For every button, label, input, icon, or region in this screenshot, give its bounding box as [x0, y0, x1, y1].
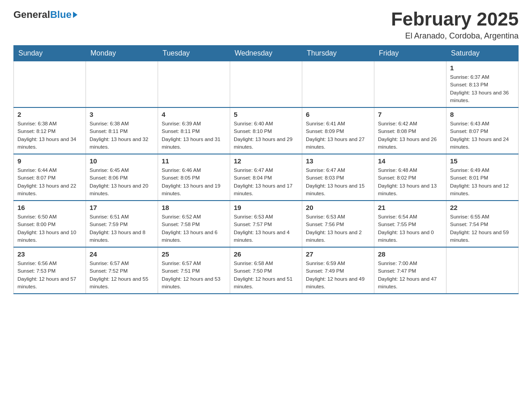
- calendar-body: 1Sunrise: 6:37 AM Sunset: 8:13 PM Daylig…: [14, 61, 519, 294]
- day-info: Sunrise: 6:53 AM Sunset: 7:57 PM Dayligh…: [234, 213, 298, 244]
- day-info: Sunrise: 6:39 AM Sunset: 8:11 PM Dayligh…: [162, 120, 226, 151]
- calendar-cell: 14Sunrise: 6:48 AM Sunset: 8:02 PM Dayli…: [374, 154, 446, 201]
- day-number: 3: [90, 111, 154, 118]
- day-info: Sunrise: 6:58 AM Sunset: 7:50 PM Dayligh…: [234, 260, 298, 291]
- day-number: 16: [17, 204, 82, 211]
- calendar-cell: 24Sunrise: 6:57 AM Sunset: 7:52 PM Dayli…: [86, 247, 158, 294]
- weekday-header-wednesday: Wednesday: [230, 46, 302, 61]
- day-number: 19: [234, 204, 298, 211]
- logo-arrow-icon: [73, 12, 77, 18]
- weekday-header-saturday: Saturday: [446, 46, 519, 61]
- calendar-cell: 21Sunrise: 6:54 AM Sunset: 7:55 PM Dayli…: [374, 201, 446, 247]
- logo-general: General: [13, 9, 50, 21]
- calendar-cell: 19Sunrise: 6:53 AM Sunset: 7:57 PM Dayli…: [230, 201, 302, 247]
- calendar-cell: 22Sunrise: 6:55 AM Sunset: 7:54 PM Dayli…: [446, 201, 519, 247]
- calendar-title: February 2025: [391, 9, 519, 30]
- calendar-week-row: 16Sunrise: 6:50 AM Sunset: 8:00 PM Dayli…: [14, 201, 519, 247]
- calendar-cell: 2Sunrise: 6:38 AM Sunset: 8:12 PM Daylig…: [14, 107, 86, 154]
- calendar-cell: [446, 247, 519, 294]
- calendar-cell: 20Sunrise: 6:53 AM Sunset: 7:56 PM Dayli…: [302, 201, 374, 247]
- calendar-cell: [14, 61, 86, 108]
- calendar-cell: 18Sunrise: 6:52 AM Sunset: 7:58 PM Dayli…: [158, 201, 230, 247]
- calendar-cell: [302, 61, 374, 108]
- weekday-header-tuesday: Tuesday: [158, 46, 230, 61]
- calendar-cell: 10Sunrise: 6:45 AM Sunset: 8:06 PM Dayli…: [86, 154, 158, 201]
- weekday-header-sunday: Sunday: [14, 46, 86, 61]
- calendar-cell: 17Sunrise: 6:51 AM Sunset: 7:59 PM Dayli…: [86, 201, 158, 247]
- calendar-week-row: 23Sunrise: 6:56 AM Sunset: 7:53 PM Dayli…: [14, 247, 519, 294]
- calendar-cell: 8Sunrise: 6:43 AM Sunset: 8:07 PM Daylig…: [446, 107, 519, 154]
- day-info: Sunrise: 6:57 AM Sunset: 7:52 PM Dayligh…: [90, 260, 154, 291]
- calendar-cell: 4Sunrise: 6:39 AM Sunset: 8:11 PM Daylig…: [158, 107, 230, 154]
- day-number: 17: [90, 204, 154, 211]
- day-number: 9: [17, 157, 82, 165]
- day-info: Sunrise: 6:59 AM Sunset: 7:49 PM Dayligh…: [306, 260, 370, 291]
- calendar-cell: 11Sunrise: 6:46 AM Sunset: 8:05 PM Dayli…: [158, 154, 230, 201]
- day-number: 28: [378, 250, 442, 258]
- day-info: Sunrise: 6:40 AM Sunset: 8:10 PM Dayligh…: [234, 120, 298, 151]
- day-number: 25: [162, 250, 226, 258]
- calendar-cell: 3Sunrise: 6:38 AM Sunset: 8:11 PM Daylig…: [86, 107, 158, 154]
- day-info: Sunrise: 6:47 AM Sunset: 8:03 PM Dayligh…: [306, 167, 370, 197]
- day-info: Sunrise: 6:54 AM Sunset: 7:55 PM Dayligh…: [378, 213, 442, 244]
- calendar-cell: 28Sunrise: 7:00 AM Sunset: 7:47 PM Dayli…: [374, 247, 446, 294]
- logo-blue: Blue: [50, 9, 77, 21]
- calendar-cell: 16Sunrise: 6:50 AM Sunset: 8:00 PM Dayli…: [14, 201, 86, 247]
- day-info: Sunrise: 7:00 AM Sunset: 7:47 PM Dayligh…: [378, 260, 442, 291]
- calendar-cell: [230, 61, 302, 108]
- calendar-week-row: 1Sunrise: 6:37 AM Sunset: 8:13 PM Daylig…: [14, 61, 519, 108]
- calendar-cell: [374, 61, 446, 108]
- weekday-header-friday: Friday: [374, 46, 446, 61]
- day-number: 8: [450, 111, 515, 118]
- day-info: Sunrise: 6:48 AM Sunset: 8:02 PM Dayligh…: [378, 167, 442, 197]
- calendar-cell: 26Sunrise: 6:58 AM Sunset: 7:50 PM Dayli…: [230, 247, 302, 294]
- calendar-week-row: 2Sunrise: 6:38 AM Sunset: 8:12 PM Daylig…: [14, 107, 519, 154]
- calendar-cell: 15Sunrise: 6:49 AM Sunset: 8:01 PM Dayli…: [446, 154, 519, 201]
- day-number: 14: [378, 157, 442, 165]
- day-number: 12: [234, 157, 298, 165]
- calendar-cell: 7Sunrise: 6:42 AM Sunset: 8:08 PM Daylig…: [374, 107, 446, 154]
- calendar-cell: 13Sunrise: 6:47 AM Sunset: 8:03 PM Dayli…: [302, 154, 374, 201]
- day-number: 23: [17, 250, 82, 258]
- logo: General Blue: [13, 9, 77, 21]
- day-number: 26: [234, 250, 298, 258]
- day-number: 1: [450, 64, 515, 72]
- day-info: Sunrise: 6:49 AM Sunset: 8:01 PM Dayligh…: [450, 167, 515, 197]
- day-number: 13: [306, 157, 370, 165]
- day-info: Sunrise: 6:46 AM Sunset: 8:05 PM Dayligh…: [162, 167, 226, 197]
- day-info: Sunrise: 6:38 AM Sunset: 8:11 PM Dayligh…: [90, 120, 154, 151]
- calendar-cell: 27Sunrise: 6:59 AM Sunset: 7:49 PM Dayli…: [302, 247, 374, 294]
- day-number: 7: [378, 111, 442, 118]
- calendar-subtitle: El Aranado, Cordoba, Argentina: [391, 31, 519, 41]
- day-info: Sunrise: 6:44 AM Sunset: 8:07 PM Dayligh…: [17, 167, 82, 197]
- calendar-cell: 1Sunrise: 6:37 AM Sunset: 8:13 PM Daylig…: [446, 61, 519, 108]
- calendar-header: SundayMondayTuesdayWednesdayThursdayFrid…: [14, 46, 519, 61]
- calendar-week-row: 9Sunrise: 6:44 AM Sunset: 8:07 PM Daylig…: [14, 154, 519, 201]
- day-number: 21: [378, 204, 442, 211]
- calendar-cell: [86, 61, 158, 108]
- day-info: Sunrise: 6:47 AM Sunset: 8:04 PM Dayligh…: [234, 167, 298, 197]
- day-number: 24: [90, 250, 154, 258]
- day-number: 11: [162, 157, 226, 165]
- day-info: Sunrise: 6:41 AM Sunset: 8:09 PM Dayligh…: [306, 120, 370, 151]
- day-number: 18: [162, 204, 226, 211]
- day-number: 5: [234, 111, 298, 118]
- calendar-cell: 6Sunrise: 6:41 AM Sunset: 8:09 PM Daylig…: [302, 107, 374, 154]
- day-info: Sunrise: 6:43 AM Sunset: 8:07 PM Dayligh…: [450, 120, 515, 151]
- day-number: 10: [90, 157, 154, 165]
- weekday-header-thursday: Thursday: [302, 46, 374, 61]
- day-info: Sunrise: 6:56 AM Sunset: 7:53 PM Dayligh…: [17, 260, 82, 291]
- page-header: General Blue February 2025 El Aranado, C…: [13, 9, 519, 41]
- day-number: 6: [306, 111, 370, 118]
- day-info: Sunrise: 6:38 AM Sunset: 8:12 PM Dayligh…: [17, 120, 82, 151]
- calendar-cell: 23Sunrise: 6:56 AM Sunset: 7:53 PM Dayli…: [14, 247, 86, 294]
- weekday-header-row: SundayMondayTuesdayWednesdayThursdayFrid…: [14, 46, 519, 61]
- day-info: Sunrise: 6:51 AM Sunset: 7:59 PM Dayligh…: [90, 213, 154, 244]
- calendar-cell: [158, 61, 230, 108]
- calendar-cell: 12Sunrise: 6:47 AM Sunset: 8:04 PM Dayli…: [230, 154, 302, 201]
- day-info: Sunrise: 6:42 AM Sunset: 8:08 PM Dayligh…: [378, 120, 442, 151]
- day-number: 27: [306, 250, 370, 258]
- day-info: Sunrise: 6:57 AM Sunset: 7:51 PM Dayligh…: [162, 260, 226, 291]
- day-info: Sunrise: 6:37 AM Sunset: 8:13 PM Dayligh…: [450, 73, 515, 104]
- calendar-table: SundayMondayTuesdayWednesdayThursdayFrid…: [13, 45, 519, 294]
